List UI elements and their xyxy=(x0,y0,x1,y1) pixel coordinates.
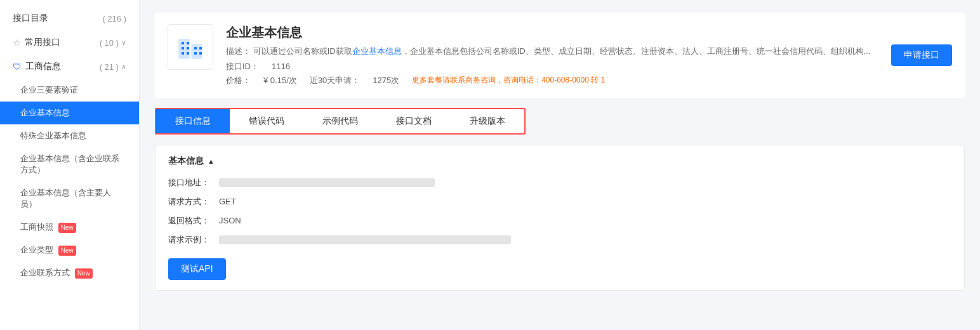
svg-rect-6 xyxy=(182,52,184,55)
tab-api-info[interactable]: 接口信息 xyxy=(156,109,230,133)
desc-prefix: 描述： xyxy=(226,46,251,56)
svg-rect-9 xyxy=(199,47,202,50)
api-header-card: 企业基本信息 描述： 可以通过公司名称或ID获取企业基本信息，企业基本信息包括公… xyxy=(155,13,965,98)
apply-button[interactable]: 申请接口 xyxy=(891,44,952,66)
field-row-address: 接口地址： xyxy=(168,177,951,188)
desc-text: 可以通过公司名称或ID获取 xyxy=(253,46,352,56)
svg-rect-2 xyxy=(182,42,184,44)
svg-rect-4 xyxy=(182,47,184,50)
api-title: 企业基本信息 xyxy=(226,24,878,41)
field-value-example xyxy=(219,235,511,244)
section-title-text: 基本信息 xyxy=(168,155,204,167)
svg-rect-10 xyxy=(194,52,197,55)
field-row-method: 请求方式： GET xyxy=(168,196,951,208)
sidebar-header-count: ( 216 ) xyxy=(102,14,126,23)
svg-rect-3 xyxy=(187,42,189,44)
main-content: 企业基本信息 描述： 可以通过公司名称或ID获取企业基本信息，企业基本信息包括公… xyxy=(140,0,980,330)
test-api-button[interactable]: 测试API xyxy=(168,258,226,280)
sidebar-section-common[interactable]: ☆ 常用接口 ( 10 ) ∨ xyxy=(0,30,139,55)
new-badge-quick-photo: New xyxy=(58,223,76,233)
api-description: 描述： 可以通过公司名称或ID获取企业基本信息，企业基本信息包括公司名称或ID、… xyxy=(226,45,878,58)
tab-error-code[interactable]: 错误代码 xyxy=(230,109,303,133)
price-value: ¥ 0.15/次 xyxy=(263,75,297,86)
sidebar-section-business[interactable]: 🛡 工商信息 ( 21 ) ∧ xyxy=(0,55,139,79)
tab-sample-code[interactable]: 示例代码 xyxy=(303,109,377,133)
svg-rect-5 xyxy=(187,47,189,50)
sidebar-item-special-basic[interactable]: 特殊企业基本信息 xyxy=(0,124,139,147)
sidebar-section-common-label: 常用接口 xyxy=(25,37,60,48)
field-value-format: JSON xyxy=(219,216,241,225)
field-label-address: 接口地址： xyxy=(168,177,219,188)
sidebar-header: 接口目录 ( 216 ) xyxy=(0,6,139,30)
sidebar-item-company-type-label: 企业类型 xyxy=(20,245,53,254)
sidebar-item-three-factor-label: 企业三要素验证 xyxy=(20,85,78,95)
svg-rect-8 xyxy=(194,47,197,50)
svg-rect-7 xyxy=(187,52,189,55)
more-info[interactable]: 更多套餐请联系商务咨询，咨询电话：400-608-0000 转 1 xyxy=(412,75,605,86)
sidebar-item-basic-key-people-label: 企业基本信息（含主要人员） xyxy=(20,188,111,209)
section-title: 基本信息 ▲ xyxy=(168,155,951,167)
field-row-format: 返回格式： JSON xyxy=(168,215,951,227)
chevron-up-icon: ∧ xyxy=(121,63,126,71)
sidebar-item-basic-contact-label: 企业基本信息（含企业联系方式） xyxy=(20,154,119,175)
sidebar-item-basic-info[interactable]: 企业基本信息 xyxy=(0,102,139,124)
sidebar-item-company-type[interactable]: 企业类型 New xyxy=(0,239,139,261)
field-label-format: 返回格式： xyxy=(168,215,219,227)
api-price-meta: 价格： ¥ 0.15/次 近30天申请： 1275次 更多套餐请联系商务咨询，咨… xyxy=(226,75,878,86)
desc-link[interactable]: 企业基本信息 xyxy=(352,46,402,56)
sidebar-item-contact-info[interactable]: 企业联系方式 New xyxy=(0,261,139,284)
sidebar-item-contact-info-label: 企业联系方式 xyxy=(20,268,70,277)
api-meta: 接口ID： 1116 xyxy=(226,61,878,72)
star-icon: ☆ xyxy=(13,37,21,48)
tab-upgrade[interactable]: 升级版本 xyxy=(451,109,524,133)
sidebar-item-quick-photo[interactable]: 工商快照 New xyxy=(0,216,139,239)
field-label-example: 请求示例： xyxy=(168,234,219,246)
field-row-example: 请求示例： xyxy=(168,234,951,246)
content-card: 基本信息 ▲ 接口地址： 请求方式： GET 返回格式： JSON 请求示例： … xyxy=(155,145,965,291)
sidebar-item-basic-contact[interactable]: 企业基本信息（含企业联系方式） xyxy=(0,147,139,182)
sidebar-item-special-basic-label: 特殊企业基本信息 xyxy=(20,131,86,140)
sidebar-item-basic-key-people[interactable]: 企业基本信息（含主要人员） xyxy=(0,182,139,216)
section-collapse-icon[interactable]: ▲ xyxy=(208,157,215,165)
chevron-down-icon: ∨ xyxy=(121,39,126,47)
desc-suffix: ，企业基本信息包括公司名称或ID、类型、成立日期、经营状态、注册资本、法人、工商… xyxy=(402,46,871,56)
new-badge-company-type: New xyxy=(58,246,76,256)
sidebar-item-basic-info-label: 企业基本信息 xyxy=(20,108,70,117)
sidebar-header-label: 接口目录 xyxy=(13,13,48,24)
field-value-address xyxy=(219,178,435,187)
recent-value: 1275次 xyxy=(373,75,399,86)
api-id-label: 接口ID： xyxy=(226,61,259,72)
sidebar-section-common-count: ( 10 ) xyxy=(100,38,119,48)
sidebar-item-quick-photo-label: 工商快照 xyxy=(20,222,53,232)
sidebar-item-three-factor[interactable]: 企业三要素验证 xyxy=(0,79,139,102)
sidebar-section-business-count: ( 21 ) xyxy=(100,62,119,72)
svg-rect-1 xyxy=(192,44,202,58)
api-id-value: 1116 xyxy=(272,62,290,71)
svg-rect-11 xyxy=(199,52,202,55)
field-value-method: GET xyxy=(219,197,236,206)
price-label: 价格： xyxy=(226,75,251,86)
tab-api-doc[interactable]: 接口文档 xyxy=(377,109,451,133)
new-badge-contact-info: New xyxy=(75,268,93,279)
recent-label: 近30天申请： xyxy=(310,75,360,86)
shield-icon: 🛡 xyxy=(13,62,22,72)
sidebar: 接口目录 ( 216 ) ☆ 常用接口 ( 10 ) ∨ 🛡 工商信息 ( 21… xyxy=(0,0,140,330)
tabs-container: 接口信息 错误代码 示例代码 接口文档 升级版本 xyxy=(155,108,526,135)
api-icon xyxy=(168,24,213,70)
sidebar-section-business-label: 工商信息 xyxy=(25,61,61,72)
field-label-method: 请求方式： xyxy=(168,196,219,208)
api-info-block: 企业基本信息 描述： 可以通过公司名称或ID获取企业基本信息，企业基本信息包括公… xyxy=(226,24,878,86)
